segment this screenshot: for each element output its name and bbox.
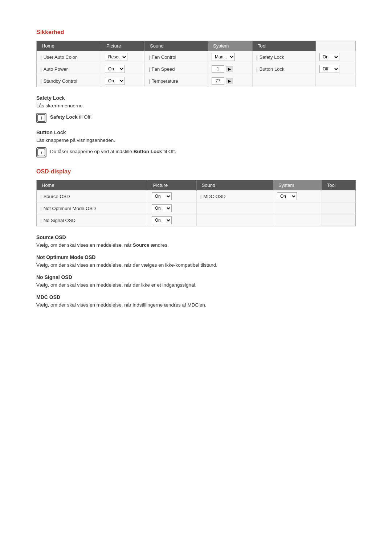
osd-table-row: Not Optimum Mode OSD On Off (37, 202, 356, 214)
osd-table-row: Source OSD On Off MDC OSD On Off (37, 190, 356, 202)
no-signal-control[interactable]: On Off (148, 214, 196, 226)
source-osd-title: Source OSD (36, 234, 356, 240)
mdc-osd-select[interactable]: On Off (277, 192, 297, 200)
osd-empty-2 (273, 202, 322, 214)
button-lock-note-bold: Button Lock (134, 149, 162, 154)
safety-lock-control[interactable]: On Off (315, 51, 355, 63)
source-osd-select[interactable]: On Off (152, 192, 172, 200)
button-lock-note: Du låser knapperne op ved at indstille B… (50, 147, 176, 154)
tab-sound[interactable]: Sound (145, 41, 208, 51)
osd-empty-3 (196, 214, 273, 226)
safety-lock-note: Safety Lock til Off. (50, 113, 92, 120)
source-osd-desc: Vælg, om der skal vises en meddelelse, n… (36, 242, 356, 248)
standby-control-select[interactable]: On Off (105, 77, 125, 85)
not-optimum-desc: Vælg, om der skal vises en meddelelse, n… (36, 262, 356, 268)
osd-tab-tool[interactable]: Tool (322, 180, 355, 190)
button-lock-note-row: i Du låser knapperne op ved at indstille… (36, 147, 356, 157)
source-osd-label: Source OSD (37, 190, 148, 202)
temperature-next[interactable]: ▶ (226, 78, 233, 84)
mdc-osd-title: MDC OSD (36, 294, 356, 300)
osd-tab-sound[interactable]: Sound (196, 180, 273, 190)
not-optimum-select[interactable]: On Off (152, 204, 172, 212)
sikkerhed-table: Home Picture Sound System Tool User Auto… (36, 41, 356, 87)
user-auto-color-label: User Auto Color (37, 51, 101, 63)
osd-tab-picture[interactable]: Picture (148, 180, 196, 190)
temperature-value: 77 (212, 77, 224, 85)
source-osd-control[interactable]: On Off (148, 190, 196, 202)
safety-lock-note-row: i Safety Lock til Off. (36, 113, 356, 123)
osd-table-row: No Signal OSD On Off (37, 214, 356, 226)
source-bold: Source (133, 242, 150, 248)
standby-control-label: Standby Control (37, 75, 101, 87)
button-lock-note-before: Du låser knapperne op ved at indstille (50, 149, 134, 154)
button-lock-title: Button Lock (36, 130, 356, 135)
note-icon-2: i (36, 147, 46, 157)
fan-speed-label: Fan Speed (145, 63, 208, 75)
tab-system[interactable]: System (208, 41, 252, 51)
svg-text:i: i (41, 115, 42, 121)
fan-speed-next[interactable]: ▶ (226, 66, 233, 72)
mdc-osd-label: MDC OSD (196, 190, 273, 202)
button-lock-control[interactable]: Off On (315, 63, 355, 75)
empty-cell-2 (315, 75, 355, 87)
button-lock-select[interactable]: Off On (319, 65, 339, 73)
fan-speed-value: 1 (212, 65, 224, 73)
not-optimum-title: Not Optimum Mode OSD (36, 254, 356, 260)
temperature-control[interactable]: 77 ▶ (208, 75, 252, 87)
osd-title: OSD-display (36, 168, 356, 175)
safety-lock-desc: Lås skærmmenuerne. (36, 103, 356, 108)
fan-control-label: Fan Control (145, 51, 208, 63)
osd-empty-1 (196, 202, 273, 214)
no-signal-label: No Signal OSD (37, 214, 148, 226)
auto-power-control[interactable]: On Off (101, 63, 144, 75)
svg-text:i: i (41, 150, 42, 155)
user-auto-color-control[interactable]: Reset (101, 51, 144, 63)
no-signal-title: No Signal OSD (36, 274, 356, 280)
standby-control-control[interactable]: On Off (101, 75, 144, 87)
safety-lock-title: Safety Lock (36, 95, 356, 101)
tab-home[interactable]: Home (37, 41, 101, 51)
note-icon-1: i (36, 113, 46, 123)
tab-picture[interactable]: Picture (101, 41, 144, 51)
safety-lock-note-after: til Off. (78, 114, 92, 120)
not-optimum-control[interactable]: On Off (148, 202, 196, 214)
no-signal-desc: Vælg, om der skal vises en meddelelse, n… (36, 282, 356, 288)
button-lock-note-after: til Off. (162, 149, 176, 154)
tab-tool[interactable]: Tool (253, 41, 316, 51)
table-row: Auto Power On Off Fan Speed 1 ▶ Button L… (37, 63, 356, 75)
sikkerhed-title: Sikkerhed (36, 29, 356, 36)
osd-empty-4 (273, 214, 322, 226)
fan-control-select[interactable]: Man... (212, 53, 235, 61)
osd-tab-home[interactable]: Home (37, 180, 148, 190)
not-optimum-label: Not Optimum Mode OSD (37, 202, 148, 214)
user-auto-color-select[interactable]: Reset (105, 53, 127, 61)
safety-lock-note-bold: Safety Lock (50, 114, 78, 120)
table-row: Standby Control On Off Temperature 77 ▶ (37, 75, 356, 87)
fan-speed-control[interactable]: 1 ▶ (208, 63, 252, 75)
mdc-osd-desc: Vælg, om der skal vises en meddelelse, n… (36, 302, 356, 308)
osd-tab-system[interactable]: System (273, 180, 322, 190)
button-lock-desc: Lås knapperne på visningsenheden. (36, 138, 356, 143)
table-row: User Auto Color Reset Fan Control Man...… (37, 51, 356, 63)
safety-lock-label: Safety Lock (253, 51, 316, 63)
auto-power-select[interactable]: On Off (105, 65, 125, 73)
osd-table: Home Picture Sound System Tool Source OS… (36, 180, 356, 226)
no-signal-select[interactable]: On Off (152, 216, 172, 224)
fan-control-control[interactable]: Man... (208, 51, 252, 63)
auto-power-label: Auto Power (37, 63, 101, 75)
safety-lock-select[interactable]: On Off (319, 53, 339, 61)
button-lock-label: Button Lock (253, 63, 316, 75)
temperature-label: Temperature (145, 75, 208, 87)
mdc-osd-control[interactable]: On Off (273, 190, 322, 202)
empty-cell-1 (253, 75, 316, 87)
